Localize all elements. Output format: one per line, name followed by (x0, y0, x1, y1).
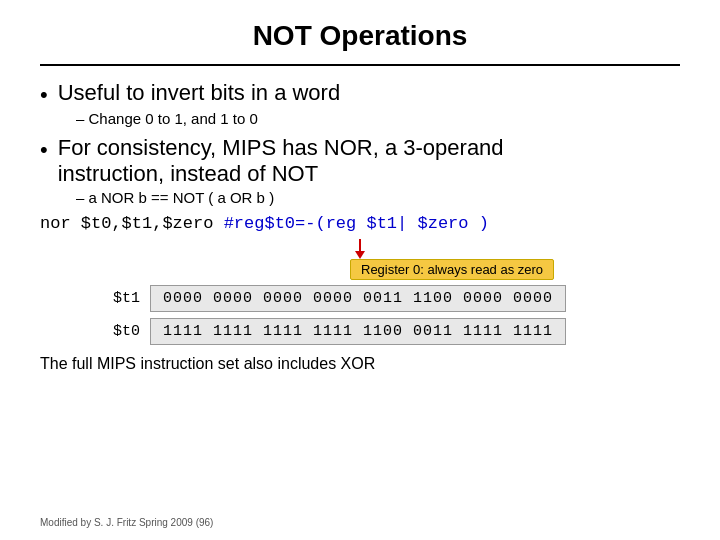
slide: NOT Operations • Useful to invert bits i… (0, 0, 720, 540)
sub-bullet-1: Change 0 to 1, and 1 to 0 (76, 110, 680, 127)
code-highlighted: #reg$t0=-(reg $t1| $zero ) (224, 214, 489, 233)
table-row: $t0 1111 1111 1111 1111 1100 0011 1111 1… (100, 318, 680, 345)
footer-text: The full MIPS instruction set also inclu… (40, 355, 680, 373)
code-prefix: nor $t0,$t1,$zero (40, 214, 224, 233)
sub-bullet-2: a NOR b == NOT ( a OR b ) (76, 189, 680, 206)
bullet-2: • For consistency, MIPS has NOR, a 3-ope… (40, 135, 680, 187)
code-line: nor $t0,$t1,$zero #reg$t0=-(reg $t1| $ze… (40, 214, 680, 233)
bullet-dot-1: • (40, 82, 48, 108)
bullet-2-text: For consistency, MIPS has NOR, a 3-opera… (58, 135, 504, 187)
register-table: $t1 0000 0000 0000 0000 0011 1100 0000 0… (100, 285, 680, 345)
arrow-icon (350, 237, 470, 259)
bullet-dot-2: • (40, 137, 48, 163)
bullet-1-text: Useful to invert bits in a word (58, 80, 340, 106)
bullet-2-line1: For consistency, MIPS has NOR, a 3-opera… (58, 135, 504, 160)
title-divider (40, 64, 680, 66)
bullet-2-line2: instruction, instead of NOT (58, 161, 318, 186)
reg-t0-value: 1111 1111 1111 1111 1100 0011 1111 1111 (150, 318, 566, 345)
bullet-1: • Useful to invert bits in a word (40, 80, 680, 108)
arrow-label-area: Register 0: always read as zero (40, 237, 680, 275)
title-area: NOT Operations (40, 20, 680, 56)
arrow-container: Register 0: always read as zero (350, 237, 554, 280)
register-zero-label: Register 0: always read as zero (350, 259, 554, 280)
reg-t1-value: 0000 0000 0000 0000 0011 1100 0000 0000 (150, 285, 566, 312)
svg-marker-1 (355, 251, 365, 259)
slide-title: NOT Operations (253, 20, 468, 56)
footer-credit: Modified by S. J. Fritz Spring 2009 (96) (40, 517, 213, 528)
reg-t0-label: $t0 (100, 323, 150, 340)
table-row: $t1 0000 0000 0000 0000 0011 1100 0000 0… (100, 285, 680, 312)
reg-t1-label: $t1 (100, 290, 150, 307)
